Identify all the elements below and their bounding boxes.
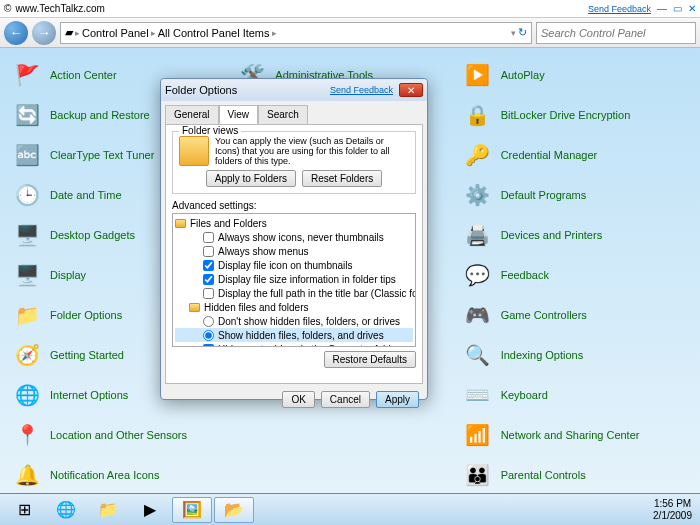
cp-item-icon: 🌐 <box>12 380 42 410</box>
tab-general[interactable]: General <box>165 105 219 124</box>
cp-item[interactable]: ⌨️Keyboard <box>463 380 688 410</box>
cp-item-label: Notification Area Icons <box>50 469 159 481</box>
cp-item[interactable]: 🎮Game Controllers <box>463 300 688 330</box>
tab-search[interactable]: Search <box>258 105 308 124</box>
cancel-button[interactable]: Cancel <box>321 391 370 408</box>
cp-item[interactable]: 🔑Credential Manager <box>463 140 688 170</box>
cp-item-icon: 🖥️ <box>12 260 42 290</box>
cp-item-icon: ▶️ <box>463 60 493 90</box>
tree-item[interactable]: Display file size information in folder … <box>175 272 413 286</box>
restore-defaults-button[interactable]: Restore Defaults <box>324 351 416 368</box>
dialog-footer: OK Cancel Apply <box>161 388 427 411</box>
cp-item[interactable]: ▶️AutoPlay <box>463 60 688 90</box>
dialog-body: Folder views You can apply the view (suc… <box>165 124 423 384</box>
cp-item[interactable]: 📍Location and Other Sensors <box>12 420 237 450</box>
cp-item-icon: 🎮 <box>463 300 493 330</box>
maximize-icon[interactable]: ▭ <box>673 3 682 14</box>
advanced-settings-label: Advanced settings: <box>172 200 416 211</box>
radio[interactable] <box>203 316 214 327</box>
advanced-settings-tree[interactable]: Files and FoldersAlways show icons, neve… <box>172 213 416 347</box>
cp-item-icon: 🖥️ <box>12 220 42 250</box>
dialog-titlebar[interactable]: Folder Options Send Feedback ✕ <box>161 79 427 101</box>
checkbox[interactable] <box>203 288 214 299</box>
apply-button[interactable]: Apply <box>376 391 419 408</box>
system-clock[interactable]: 1:56 PM 2/1/2009 <box>653 498 696 522</box>
cp-item-icon: 📁 <box>12 300 42 330</box>
cp-item[interactable]: 👪Parental Controls <box>463 460 688 490</box>
cp-item-icon: ⌨️ <box>463 380 493 410</box>
taskbar-media-icon[interactable]: ▶ <box>130 497 170 523</box>
cp-item-label: Default Programs <box>501 189 587 201</box>
start-button[interactable]: ⊞ <box>4 497 44 523</box>
checkbox[interactable] <box>203 260 214 271</box>
taskbar[interactable]: ⊞ 🌐 📁 ▶ 🖼️ 📂 1:56 PM 2/1/2009 <box>0 493 700 525</box>
tree-item[interactable]: Display the full path in the title bar (… <box>175 286 413 300</box>
dialog-close-button[interactable]: ✕ <box>399 83 423 97</box>
breadcrumb[interactable]: ▰▸ Control Panel▸ All Control Panel Item… <box>60 22 532 44</box>
cp-item-label: Display <box>50 269 86 281</box>
cp-item[interactable]: 📶Network and Sharing Center <box>463 420 688 450</box>
apply-to-folders-button[interactable]: Apply to Folders <box>206 170 296 187</box>
dialog-title: Folder Options <box>165 84 237 96</box>
reset-folders-button[interactable]: Reset Folders <box>302 170 382 187</box>
checkbox[interactable] <box>203 232 214 243</box>
cp-item-label: Game Controllers <box>501 309 587 321</box>
minimize-icon[interactable]: — <box>657 3 667 14</box>
forward-button[interactable]: → <box>32 21 56 45</box>
cp-item-label: Desktop Gadgets <box>50 229 135 241</box>
cp-item[interactable]: 🖨️Devices and Printers <box>463 220 688 250</box>
cp-item[interactable] <box>237 420 462 450</box>
cp-item[interactable] <box>237 460 462 490</box>
send-feedback-link[interactable]: Send Feedback <box>588 4 651 14</box>
tree-root[interactable]: Files and Folders <box>175 216 413 230</box>
tree-item[interactable]: Hidden files and folders <box>175 300 413 314</box>
taskbar-folder-icon[interactable]: 📂 <box>214 497 254 523</box>
cp-item[interactable]: 🔔Notification Area Icons <box>12 460 237 490</box>
tab-view[interactable]: View <box>219 105 259 124</box>
taskbar-ie-icon[interactable]: 🌐 <box>46 497 86 523</box>
dialog-tabs: General View Search <box>161 101 427 124</box>
checkbox[interactable] <box>203 246 214 257</box>
cp-item-label: Parental Controls <box>501 469 586 481</box>
tree-item[interactable]: Don't show hidden files, folders, or dri… <box>175 314 413 328</box>
cp-item-icon: 🔄 <box>12 100 42 130</box>
tree-item[interactable]: Display file icon on thumbnails <box>175 258 413 272</box>
radio[interactable] <box>203 330 214 341</box>
address-bar: ← → ▰▸ Control Panel▸ All Control Panel … <box>0 18 700 48</box>
cp-item-label: AutoPlay <box>501 69 545 81</box>
cp-item-icon: 🔍 <box>463 340 493 370</box>
cp-item[interactable]: 🔍Indexing Options <box>463 340 688 370</box>
cp-item-label: Date and Time <box>50 189 122 201</box>
cp-item[interactable]: ⚙️Default Programs <box>463 180 688 210</box>
cp-item-icon: 🕒 <box>12 180 42 210</box>
taskbar-app-icon[interactable]: 🖼️ <box>172 497 212 523</box>
close-icon[interactable]: ✕ <box>688 3 696 14</box>
breadcrumb-item[interactable]: Control Panel <box>82 27 149 39</box>
search-input[interactable] <box>541 27 691 39</box>
checkbox[interactable] <box>203 344 214 348</box>
cp-item-icon <box>237 460 267 490</box>
folder-views-text: You can apply the view (such as Details … <box>215 136 409 166</box>
cp-item[interactable]: 🔒BitLocker Drive Encryption <box>463 100 688 130</box>
checkbox[interactable] <box>203 274 214 285</box>
cp-item-label: Feedback <box>501 269 549 281</box>
tree-item[interactable]: Always show menus <box>175 244 413 258</box>
cp-item-label: Folder Options <box>50 309 122 321</box>
folder-icon <box>189 303 200 312</box>
breadcrumb-item[interactable]: All Control Panel Items <box>158 27 270 39</box>
cp-item-icon: 🔑 <box>463 140 493 170</box>
search-box[interactable] <box>536 22 696 44</box>
dialog-feedback-link[interactable]: Send Feedback <box>330 85 393 95</box>
tree-item[interactable]: Show hidden files, folders, and drives <box>175 328 413 342</box>
cp-item-icon: 🔒 <box>463 100 493 130</box>
cp-item-icon: ⚙️ <box>463 180 493 210</box>
tree-item[interactable]: Always show icons, never thumbnails <box>175 230 413 244</box>
cp-item-label: Keyboard <box>501 389 548 401</box>
refresh-icon[interactable]: ↻ <box>518 26 527 39</box>
back-button[interactable]: ← <box>4 21 28 45</box>
tree-item[interactable]: Hide empty drives in the Computer folder <box>175 342 413 347</box>
cp-item-icon: 📍 <box>12 420 42 450</box>
taskbar-explorer-icon[interactable]: 📁 <box>88 497 128 523</box>
cp-item[interactable]: 💬Feedback <box>463 260 688 290</box>
ok-button[interactable]: OK <box>282 391 314 408</box>
